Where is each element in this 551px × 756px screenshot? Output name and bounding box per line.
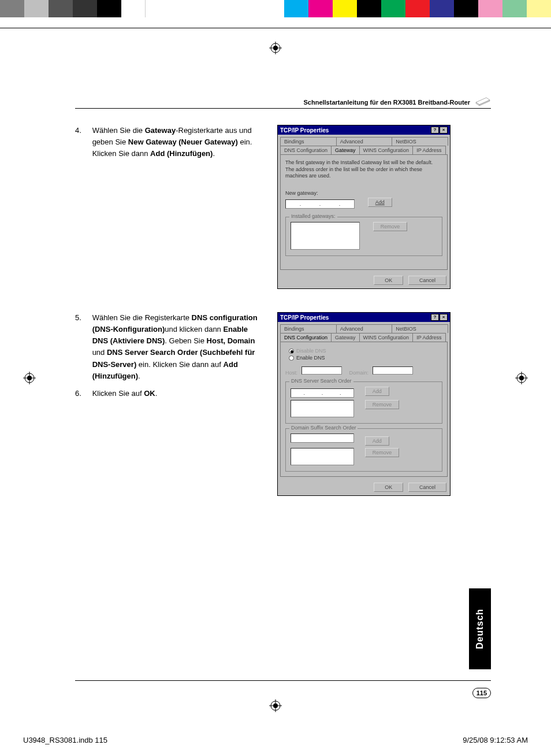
dialog-titlebar: TCP/IP Properties ? × (278, 313, 450, 322)
close-button[interactable]: × (440, 314, 448, 321)
installed-gateways-list[interactable] (291, 222, 360, 250)
registration-mark-icon (269, 42, 282, 54)
tab-ip-address[interactable]: IP Address (412, 333, 445, 342)
help-button[interactable]: ? (431, 127, 439, 134)
registration-mark-icon (515, 372, 528, 384)
step-4-row: 4. Wählen Sie die Gateway-Registerkarte … (75, 125, 491, 289)
tab-bindings[interactable]: Bindings (280, 137, 337, 146)
domain-suffix-label: Domain Suffix Search Order (289, 425, 358, 431)
router-icon (475, 95, 491, 106)
footer-rule (75, 680, 491, 681)
colorbar-right (284, 0, 551, 17)
close-button[interactable]: × (440, 127, 448, 134)
tab-advanced[interactable]: Advanced (336, 137, 393, 146)
print-footer: U3948_RS3081.indb 115 9/25/08 9:12:53 AM (23, 736, 528, 744)
tab-dns-config[interactable]: DNS Configuration (280, 146, 332, 154)
step-5-row: 5. Wählen Sie die Registerkarte DNS conf… (75, 312, 491, 496)
domain-input[interactable] (373, 366, 413, 375)
ok-button[interactable]: OK (374, 483, 403, 492)
dns-search-order-label: DNS Server Search Order (289, 378, 353, 384)
page-title: Schnellstartanleitung für den RX3081 Bre… (304, 99, 471, 106)
dns-server-list[interactable] (291, 400, 354, 417)
new-gateway-input[interactable]: ... (285, 199, 355, 209)
add-button[interactable]: Add (368, 198, 392, 207)
registration-mark-icon (269, 699, 282, 712)
help-button[interactable]: ? (431, 314, 439, 321)
installed-gateways-label: Installed gateways: (289, 213, 337, 219)
page-header: Schnellstartanleitung für den RX3081 Bre… (75, 95, 491, 109)
tab-advanced[interactable]: Advanced (336, 324, 393, 333)
dialog-tabs: Bindings Advanced NetBIOS DNS Configurat… (278, 135, 450, 154)
language-tab: Deutsch (469, 588, 491, 669)
add-button[interactable]: Add (365, 387, 389, 396)
domain-suffix-input[interactable] (291, 433, 354, 443)
tab-gateway[interactable]: Gateway (331, 146, 360, 154)
step-5-6-text: 5. Wählen Sie die Registerkarte DNS conf… (75, 312, 266, 405)
domain-suffix-list[interactable] (291, 448, 354, 465)
step-4-text: 4. Wählen Sie die Gateway-Registerkarte … (75, 125, 266, 165)
host-label: Host: (285, 370, 297, 376)
step-number: 5. (75, 312, 90, 324)
tab-dns-config[interactable]: DNS Configuration (280, 333, 332, 342)
step-number: 4. (75, 125, 90, 136)
ok-button[interactable]: OK (374, 276, 403, 285)
dialog-tabs: Bindings Advanced NetBIOS DNS Configurat… (278, 322, 450, 342)
dialog-title: TCP/IP Properties (280, 314, 329, 321)
new-gateway-label: New gateway: (285, 190, 442, 196)
remove-button[interactable]: Remove (365, 448, 400, 457)
registration-mark-icon (23, 372, 36, 384)
tcpip-gateway-dialog: TCP/IP Properties ? × Bindings Advanced … (277, 125, 451, 289)
print-file-info: U3948_RS3081.indb 115 (23, 736, 107, 744)
print-timestamp: 9/25/08 9:12:53 AM (463, 736, 528, 744)
dialog-title: TCP/IP Properties (280, 127, 329, 134)
tab-netbios[interactable]: NetBIOS (392, 324, 448, 333)
dialog-titlebar: TCP/IP Properties ? × (278, 125, 450, 135)
enable-dns-radio[interactable]: Enable DNS (289, 355, 442, 361)
cancel-button[interactable]: Cancel (408, 483, 446, 492)
page-content: Schnellstartanleitung für den RX3081 Bre… (75, 95, 491, 519)
tcpip-dns-dialog: TCP/IP Properties ? × Bindings Advanced … (277, 312, 451, 496)
domain-label: Domain: (349, 370, 369, 376)
dns-tab-pane: Disable DNS Enable DNS Host: Domain: DNS… (280, 342, 448, 477)
tab-wins-config[interactable]: WINS Configuration (359, 146, 414, 154)
tab-netbios[interactable]: NetBIOS (392, 137, 448, 146)
disable-dns-radio[interactable]: Disable DNS (289, 348, 442, 354)
print-color-bar (0, 0, 551, 17)
dialog-button-row: OK Cancel (278, 272, 450, 288)
tab-ip-address[interactable]: IP Address (412, 146, 445, 154)
cancel-button[interactable]: Cancel (408, 276, 446, 285)
host-input[interactable] (301, 366, 342, 375)
add-button[interactable]: Add (365, 436, 389, 446)
remove-button[interactable]: Remove (373, 222, 408, 231)
tab-bindings[interactable]: Bindings (280, 324, 337, 333)
page-number: 115 (472, 688, 491, 698)
dns-server-input[interactable]: ... (291, 388, 354, 398)
tab-wins-config[interactable]: WINS Configuration (359, 333, 414, 342)
gateway-info-text: The first gateway in the Installed Gatew… (285, 160, 442, 180)
remove-button[interactable]: Remove (365, 400, 400, 409)
dialog-button-row: OK Cancel (278, 479, 450, 495)
crop-line (0, 28, 551, 28)
gateway-tab-pane: The first gateway in the Installed Gatew… (280, 154, 448, 270)
colorbar-left (0, 0, 146, 17)
step-number: 6. (75, 388, 90, 399)
tab-gateway[interactable]: Gateway (331, 333, 360, 342)
